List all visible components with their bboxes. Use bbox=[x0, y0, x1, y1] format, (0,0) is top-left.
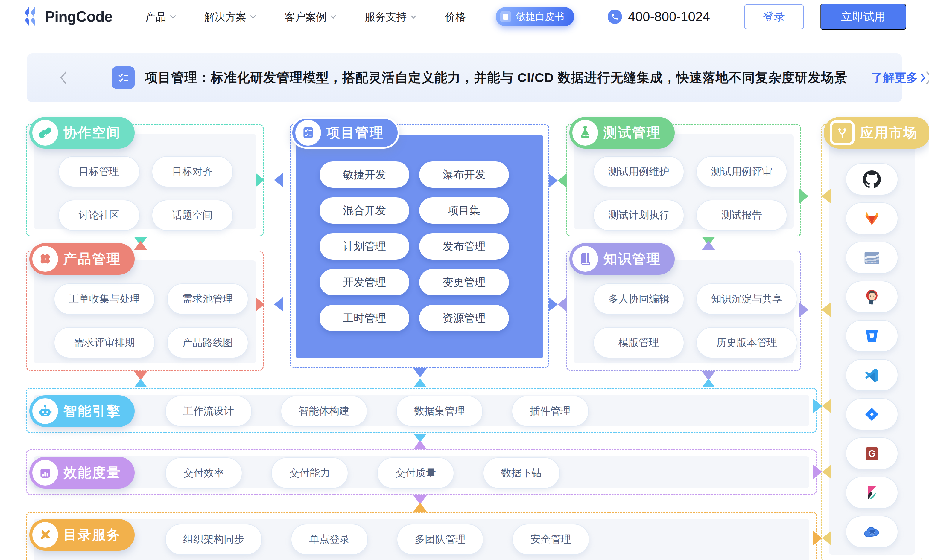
gitea-icon: G bbox=[863, 445, 880, 462]
feature-pill: 话题空间 bbox=[152, 200, 233, 231]
feature-pill: 测试用例维护 bbox=[593, 156, 684, 187]
section-ai-engine: 智能引擎 工作流设计 智能体构建 数据集管理 插件管理 bbox=[26, 388, 817, 433]
nav-right: 400-800-1024 登录 立即试用 bbox=[608, 4, 906, 30]
connector-arrow-right bbox=[799, 303, 808, 317]
announcement-banner: 项目管理：标准化研发管理模型，搭配灵活自定义能力，并能与 CI/CD 数据进行无… bbox=[27, 53, 902, 102]
chevron-left-icon[interactable] bbox=[59, 71, 67, 85]
app-pill bbox=[846, 320, 898, 352]
feature-pill: 智能体构建 bbox=[281, 396, 367, 427]
login-button[interactable]: 登录 bbox=[744, 4, 804, 29]
feature-pill: 知识沉淀与共享 bbox=[696, 283, 797, 315]
phone-icon bbox=[608, 9, 622, 24]
feature-pill: 开发管理 bbox=[320, 269, 409, 295]
nav-item-cases[interactable]: 客户案例 bbox=[285, 10, 337, 24]
brand-name: PingCode bbox=[45, 8, 112, 25]
feature-pill: 多团队管理 bbox=[397, 524, 483, 555]
feature-pill: 讨论社区 bbox=[58, 200, 140, 231]
bar-chart-icon bbox=[32, 460, 58, 485]
nav-item-pricing[interactable]: 价格 bbox=[445, 10, 466, 24]
nav-item-products[interactable]: 产品 bbox=[145, 10, 176, 24]
kibana-icon bbox=[864, 485, 880, 501]
jenkins-icon bbox=[863, 288, 881, 306]
section-directory: 目录服务 组织架构同步 单点登录 多团队管理 安全管理 bbox=[26, 512, 817, 560]
feature-pill: 敏捷开发 bbox=[320, 161, 409, 188]
bitbucket-icon bbox=[863, 328, 880, 344]
section-metrics: 效能度量 交付效率 交付能力 交付质量 数据下钻 bbox=[26, 449, 817, 495]
flask-icon bbox=[572, 120, 598, 145]
try-now-button[interactable]: 立即试用 bbox=[820, 4, 906, 30]
feature-pill: 计划管理 bbox=[320, 233, 409, 260]
feature-pill: 交付质量 bbox=[377, 457, 454, 488]
phone-number: 400-800-1024 bbox=[628, 9, 710, 24]
book-icon bbox=[500, 11, 511, 23]
feature-pill: 插件管理 bbox=[512, 396, 589, 427]
git-branch-icon bbox=[830, 120, 855, 145]
feature-pill: 模版管理 bbox=[593, 327, 684, 358]
app-pill bbox=[846, 359, 898, 391]
connector-arrow-left bbox=[822, 303, 831, 317]
connector-arrow-right bbox=[256, 297, 265, 312]
connector-arrow-up bbox=[414, 440, 427, 449]
app-pill bbox=[846, 281, 898, 313]
gitlab-icon bbox=[863, 210, 880, 227]
feature-pill: 发布管理 bbox=[419, 233, 509, 260]
app-pill bbox=[846, 477, 898, 509]
app-pill bbox=[846, 202, 898, 234]
section-project-mgmt: 项目管理 敏捷开发 瀑布开发 混合开发 项目集 计划管理 发布管理 开发管理 变… bbox=[290, 124, 549, 368]
feature-pill: 工时管理 bbox=[320, 305, 409, 331]
section-product-mgmt: 产品管理 工单收集与处理 需求池管理 需求评审排期 产品路线图 bbox=[26, 251, 264, 371]
connector-arrow-right bbox=[813, 531, 822, 545]
connector-arrow-right bbox=[813, 465, 822, 479]
vscode-icon bbox=[863, 367, 880, 384]
nav-item-solutions[interactable]: 解决方案 bbox=[204, 10, 256, 24]
pingcode-logo[interactable]: PingCode bbox=[23, 6, 112, 28]
chevron-down-icon bbox=[410, 15, 417, 19]
app-market-badge: 应用市场 bbox=[824, 117, 929, 148]
product-mgmt-badge: 产品管理 bbox=[29, 243, 135, 275]
feature-pill: 资源管理 bbox=[419, 305, 509, 331]
connector-arrow-left bbox=[822, 189, 831, 203]
feature-pill: 多人协同编辑 bbox=[593, 283, 684, 315]
top-nav: PingCode 产品 解决方案 客户案例 服务支持 价格 bbox=[0, 0, 929, 34]
feature-pill: 项目集 bbox=[419, 197, 509, 223]
feature-pill: 产品路线图 bbox=[167, 327, 248, 358]
connector-arrow-left bbox=[822, 399, 831, 413]
app-pill: SUBVERSION bbox=[846, 242, 898, 274]
feature-pill: 目标对齐 bbox=[152, 156, 233, 187]
app-pill bbox=[846, 163, 898, 195]
test-mgmt-badge: 测试管理 bbox=[569, 117, 675, 148]
metrics-badge: 效能度量 bbox=[29, 457, 135, 488]
connector-arrow-left bbox=[558, 297, 567, 312]
connector-arrow-up bbox=[702, 378, 715, 387]
ai-engine-badge: 智能引擎 bbox=[29, 395, 135, 427]
whitepaper-button[interactable]: 敏捷白皮书 bbox=[496, 7, 574, 26]
section-test-mgmt: 测试管理 测试用例维护 测试用例评审 测试计划执行 测试报告 bbox=[566, 124, 801, 237]
doc-checklist-icon bbox=[295, 120, 321, 145]
project-checklist-icon bbox=[112, 66, 135, 89]
connector-arrow-right bbox=[549, 297, 558, 312]
feature-pill: 数据下钻 bbox=[483, 457, 560, 488]
phone-contact[interactable]: 400-800-1024 bbox=[608, 9, 710, 24]
section-collab-space: 协作空间 目标管理 目标对齐 讨论社区 话题空间 bbox=[26, 124, 264, 237]
connector-arrow-up bbox=[134, 241, 147, 250]
pingcode-logo-icon bbox=[23, 6, 40, 28]
learn-more-link[interactable]: 了解更多 bbox=[871, 70, 926, 86]
feature-pill: 变更管理 bbox=[419, 269, 509, 295]
directory-badge: 目录服务 bbox=[29, 519, 135, 551]
subversion-icon: SUBVERSION bbox=[863, 249, 881, 267]
svg-text:G: G bbox=[868, 448, 876, 459]
connector-arrow-up bbox=[134, 378, 147, 387]
pingcode-homepage: PingCode 产品 解决方案 客户案例 服务支持 价格 bbox=[0, 0, 929, 560]
book-icon bbox=[572, 246, 598, 272]
section-app-market: 应用市场 SUBVERSION G bbox=[821, 124, 923, 560]
connector-arrow-left bbox=[274, 297, 283, 312]
chevron-right-icon[interactable] bbox=[926, 71, 929, 85]
nav-item-support[interactable]: 服务支持 bbox=[365, 10, 417, 24]
app-pill: G bbox=[846, 438, 898, 470]
feature-pill: 交付效率 bbox=[165, 457, 242, 488]
app-pill bbox=[846, 398, 898, 430]
four-petals-icon bbox=[32, 246, 58, 272]
feature-pill: 混合开发 bbox=[320, 197, 409, 223]
feature-pill: 需求评审排期 bbox=[54, 327, 155, 358]
connector-arrow-right bbox=[813, 399, 822, 413]
